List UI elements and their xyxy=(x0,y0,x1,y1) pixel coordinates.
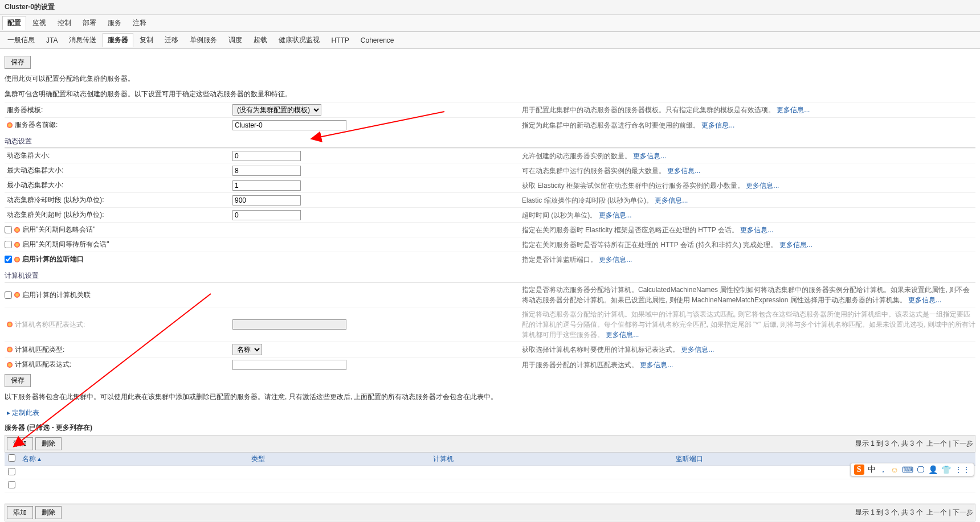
ime-skin-icon[interactable]: 👕 xyxy=(941,465,951,474)
intro-2: 集群可包含明确配置和动态创建的服务器。以下设置可用于确定这些动态服务器的数量和特… xyxy=(5,87,975,102)
save-button-top[interactable]: 保存 xyxy=(5,56,31,69)
more-info-link[interactable]: 更多信息... xyxy=(746,182,779,190)
more-info-link[interactable]: 更多信息... xyxy=(777,106,810,114)
intro-1: 使用此页可以配置分配给此集群的服务器。 xyxy=(5,71,975,87)
table-range-bottom: 显示 1 到 3 个, 共 3 个 xyxy=(855,508,923,516)
more-info-link[interactable]: 更多信息... xyxy=(779,241,812,249)
subtab-singleton[interactable]: 单例服务 xyxy=(185,33,222,47)
subtab-replication[interactable]: 复制 xyxy=(134,33,158,47)
input-min-dyn-size[interactable] xyxy=(232,180,301,191)
row-checkbox[interactable] xyxy=(8,468,15,475)
prev-link[interactable]: 上一个 xyxy=(926,439,947,447)
next-link[interactable]: 下一步 xyxy=(953,439,973,447)
col-machine[interactable]: 计算机 xyxy=(430,453,672,466)
help-server-name-prefix: 指定为此集群中的新动态服务器进行命名时要使用的前缀。 xyxy=(522,121,700,129)
ime-keyboard-icon[interactable]: ⌨ xyxy=(902,465,913,474)
more-info-link[interactable]: 更多信息... xyxy=(599,211,632,219)
subtab-coherence[interactable]: Coherence xyxy=(356,34,399,47)
label-wait-sessions: 启用"关闭期间等待所有会话" xyxy=(22,240,109,249)
tab-notes[interactable]: 注释 xyxy=(128,16,152,30)
more-info-link[interactable]: 更多信息... xyxy=(701,121,734,129)
select-machine-match-type[interactable]: 名称 xyxy=(232,344,262,355)
delete-button-bottom[interactable]: 删除 xyxy=(35,506,62,519)
restart-icon xyxy=(7,347,13,352)
more-info-link[interactable]: 更多信息... xyxy=(667,167,700,175)
label-machine-match-expr2: 计算机匹配表达式: xyxy=(15,360,71,369)
sogou-icon[interactable]: S xyxy=(854,465,864,475)
label-server-template: 服务器模板: xyxy=(5,105,232,115)
tab-services[interactable]: 服务 xyxy=(103,16,126,30)
more-info-link[interactable]: 更多信息... xyxy=(681,346,714,354)
subtab-servers[interactable]: 服务器 xyxy=(103,33,133,47)
delete-button[interactable]: 删除 xyxy=(35,437,62,450)
add-button-bottom[interactable]: 添加 xyxy=(7,506,33,519)
input-cooldown[interactable] xyxy=(232,195,301,205)
table-toolbar-top: 添加 删除 显示 1 到 3 个, 共 3 个 上一个 | 下一步 xyxy=(5,435,975,453)
subtab-messaging[interactable]: 消息传送 xyxy=(64,33,101,47)
input-dyn-size[interactable] xyxy=(232,151,301,161)
input-server-name-prefix[interactable] xyxy=(232,120,346,130)
subtab-jta[interactable]: JTA xyxy=(41,34,63,47)
subtab-http[interactable]: HTTP xyxy=(326,34,354,47)
input-shutdown-timeout[interactable] xyxy=(232,210,301,220)
checkbox-calc-listen-port[interactable] xyxy=(5,256,12,263)
select-all-checkbox[interactable] xyxy=(8,454,15,462)
label-machine-match-type: 计算机匹配类型: xyxy=(15,345,64,355)
help-machine-match-expr: 指定将动态服务器分配给的计算机。如果域中的计算机与该表达式匹配, 则它将包含在这… xyxy=(522,310,975,339)
ime-punct[interactable]: ， xyxy=(879,465,887,475)
restart-icon xyxy=(7,322,13,327)
more-info-link[interactable]: 更多信息... xyxy=(633,152,666,160)
note-text: 以下服务器将包含在此集群中。可以使用此表在该集群中添加或删除已配置的服务器。请注… xyxy=(5,389,975,405)
tab-control[interactable]: 控制 xyxy=(52,16,76,30)
more-info-link[interactable]: 更多信息... xyxy=(606,331,639,339)
row-checkbox[interactable] xyxy=(8,481,15,488)
subtab-health[interactable]: 健康状况监视 xyxy=(273,33,325,47)
restart-icon xyxy=(14,227,20,233)
restart-icon xyxy=(7,122,13,128)
add-button[interactable]: 添加 xyxy=(7,437,33,450)
next-link-bottom[interactable]: 下一步 xyxy=(953,508,973,516)
col-name[interactable]: 名称 xyxy=(19,453,248,466)
help-server-template: 用于配置此集群中的动态服务器的服务器模板。只有指定此集群的模板是有效选项。 xyxy=(522,106,775,114)
subtab-migration[interactable]: 迁移 xyxy=(160,33,183,47)
input-machine-match-expr2[interactable] xyxy=(232,360,346,370)
prev-link-bottom[interactable]: 上一个 xyxy=(926,508,947,516)
label-shutdown-timeout: 动态集群关闭超时 (以秒为单位): xyxy=(5,210,232,220)
ime-lang[interactable]: 中 xyxy=(868,465,876,475)
label-min-dyn-size: 最小动态集群大小: xyxy=(5,180,232,190)
customize-table-link[interactable]: ▸ 定制此表 xyxy=(5,405,975,421)
col-type[interactable]: 类型 xyxy=(248,453,430,466)
more-info-link[interactable]: 更多信息... xyxy=(740,226,773,234)
restart-icon xyxy=(7,362,13,368)
tab-config[interactable]: 配置 xyxy=(2,16,26,30)
table-title: 服务器 (已筛选 - 更多列存在) xyxy=(5,421,975,435)
more-info-link[interactable]: 更多信息... xyxy=(908,296,941,304)
save-button-bottom[interactable]: 保存 xyxy=(5,374,31,387)
ime-emoji[interactable]: ☺ xyxy=(891,465,899,474)
checkbox-wait-sessions[interactable] xyxy=(5,241,12,248)
select-server-template[interactable]: (没有为集群配置的模板) xyxy=(232,104,321,116)
checkbox-ignore-sessions[interactable] xyxy=(5,226,12,233)
help-min-dyn-size: 获取 Elasticity 框架尝试保留在动态集群中的运行服务器实例的最小数量。 xyxy=(522,182,744,190)
more-info-link[interactable]: 更多信息... xyxy=(655,196,688,204)
ime-user-icon[interactable]: 👤 xyxy=(928,465,938,474)
more-info-link[interactable]: 更多信息... xyxy=(599,256,632,264)
help-machine-match-type: 获取选择计算机名称时要使用的计算机标记表达式。 xyxy=(522,346,679,354)
checkbox-calc-machine[interactable] xyxy=(5,291,12,299)
help-cooldown: Elastic 缩放操作的冷却时段 (以秒为单位)。 xyxy=(522,196,653,204)
section-dynamic: 动态设置 xyxy=(5,135,975,148)
ime-screen-icon[interactable]: 🖵 xyxy=(917,465,925,474)
table-toolbar-bottom: 添加 删除 显示 1 到 3 个, 共 3 个 上一个 | 下一步 xyxy=(5,504,975,521)
tab-monitor[interactable]: 监视 xyxy=(27,16,51,30)
tab-deploy[interactable]: 部署 xyxy=(77,16,101,30)
ime-menu-icon[interactable]: ⋮⋮ xyxy=(954,465,970,474)
subtab-overload[interactable]: 超载 xyxy=(248,33,272,47)
more-info-link[interactable]: 更多信息... xyxy=(640,361,673,369)
table-row xyxy=(5,466,975,479)
help-wait-sessions: 指定在关闭服务器时是否等待所有正在处理的 HTTP 会话 (持久和非持久) 完成… xyxy=(522,241,777,249)
subtab-scheduling[interactable]: 调度 xyxy=(223,33,247,47)
subtab-general[interactable]: 一般信息 xyxy=(2,33,40,47)
input-max-dyn-size[interactable] xyxy=(232,166,301,176)
label-server-name-prefix: 服务器名前缀: xyxy=(15,120,58,130)
help-machine-match-expr2: 用于服务器分配的计算机匹配表达式。 xyxy=(522,361,638,369)
